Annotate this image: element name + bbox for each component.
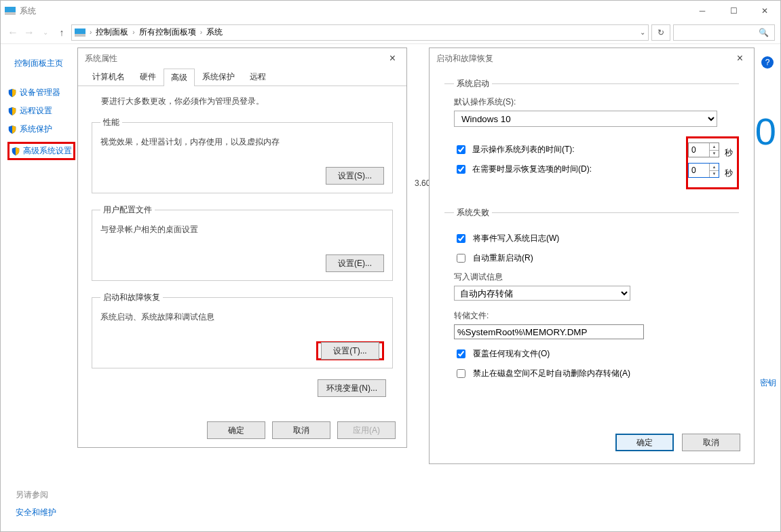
window-title: 系统 [20, 5, 36, 17]
minimize-button[interactable]: ─ [687, 1, 718, 21]
breadcrumb-sep: › [132, 28, 134, 36]
show-recovery-label: 在需要时显示恢复选项的时间(D): [472, 164, 592, 175]
auto-restart-checkbox[interactable] [457, 254, 465, 263]
forward-button[interactable]: → [22, 26, 36, 39]
startup-recovery-fieldset: 启动和故障恢复 系统启动、系统故障和调试信息 设置(T)... [92, 292, 393, 368]
startup-settings-button[interactable]: 设置(T)... [321, 342, 379, 360]
address-icon [75, 28, 85, 37]
help-icon[interactable]: ? [761, 56, 774, 69]
advanced-system-settings-link[interactable]: 高级系统设置 [23, 145, 72, 157]
back-button[interactable]: ← [6, 26, 20, 39]
refresh-button[interactable]: ↻ [651, 24, 670, 41]
user-profiles-fieldset: 用户配置文件 与登录帐户相关的桌面设置 设置(E)... [92, 204, 393, 281]
startup-settings-highlight: 设置(T)... [316, 341, 384, 360]
dialog1-title: 系统属性 [85, 53, 117, 64]
user-profiles-settings-button[interactable]: 设置(E)... [326, 254, 384, 272]
dialog1-footer: 确定 取消 应用(A) [207, 421, 396, 439]
startup-recovery-legend: 启动和故障恢复 [100, 292, 163, 303]
system-failure-legend: 系统失败 [454, 207, 492, 218]
system-icon [5, 7, 16, 15]
performance-legend: 性能 [100, 117, 122, 128]
product-key-link[interactable]: 密钥 [760, 377, 776, 389]
dialog1-close-button[interactable]: × [385, 52, 400, 64]
tab-system-protection[interactable]: 系统保护 [195, 68, 242, 86]
seconds-label: 秒 [725, 168, 733, 179]
breadcrumb-sep: › [90, 28, 92, 36]
recent-dropdown[interactable]: ⌄ [39, 28, 52, 36]
close-button[interactable]: ✕ [749, 1, 780, 21]
system-protection-link[interactable]: 系统保护 [7, 124, 82, 135]
tab-remote[interactable]: 远程 [242, 68, 273, 86]
recovery-time-spinner[interactable]: ▲▼ [688, 163, 719, 178]
shield-icon [7, 125, 17, 134]
search-box[interactable]: 🔍 [673, 24, 775, 41]
write-log-checkbox[interactable] [457, 234, 465, 243]
dialog1-cancel-button[interactable]: 取消 [272, 421, 330, 439]
dialog2-body: 系统启动 默认操作系统(S): Windows 10 显示操作系统列表的时间(T… [430, 69, 754, 394]
shield-icon [11, 147, 20, 156]
debug-info-label: 写入调试信息 [454, 271, 739, 283]
dialog2-cancel-button[interactable]: 取消 [682, 434, 740, 451]
os-list-time-spinner[interactable]: ▲▼ [688, 142, 719, 157]
up-button[interactable]: ↑ [55, 27, 69, 38]
remote-settings-link[interactable]: 远程设置 [7, 105, 82, 117]
overwrite-label: 覆盖任何现有文件(O) [473, 348, 550, 360]
recovery-time-input[interactable] [689, 164, 709, 177]
device-manager-link[interactable]: 设备管理器 [7, 87, 82, 98]
security-maintenance-link[interactable]: 安全和维护 [16, 507, 56, 518]
dialog2-close-button[interactable]: × [733, 52, 747, 64]
dialog2-footer: 确定 取消 [615, 434, 740, 451]
dialog1-apply-button: 应用(A) [337, 421, 396, 439]
dialog2-ok-button[interactable]: 确定 [615, 434, 674, 451]
maximize-button[interactable]: ☐ [718, 1, 749, 21]
search-icon: 🔍 [759, 28, 769, 37]
os-list-time-input[interactable] [689, 143, 709, 157]
timing-highlight: ▲▼ 秒 ▲▼ 秒 [686, 136, 739, 189]
spin-down-icon[interactable]: ▼ [710, 151, 719, 157]
breadcrumb-0[interactable]: 控制面板 [96, 26, 128, 38]
system-failure-fieldset: 系统失败 将事件写入系统日志(W) 自动重新启动(R) 写入调试信息 自动内存转… [444, 207, 739, 394]
disable-auto-delete-label: 禁止在磁盘空间不足时自动删除内存转储(A) [473, 368, 630, 379]
startup-recovery-desc: 系统启动、系统故障和调试信息 [100, 311, 384, 323]
user-profiles-legend: 用户配置文件 [100, 204, 155, 216]
show-recovery-checkbox[interactable] [457, 165, 465, 174]
spin-up-icon[interactable]: ▲ [710, 143, 719, 151]
breadcrumb-2[interactable]: 系统 [206, 26, 223, 38]
dump-file-label: 转储文件: [454, 310, 739, 322]
system-startup-fieldset: 系统启动 默认操作系统(S): Windows 10 显示操作系统列表的时间(T… [444, 78, 739, 196]
tab-hardware[interactable]: 硬件 [132, 68, 164, 86]
breadcrumb-1[interactable]: 所有控制面板项 [139, 26, 196, 38]
performance-fieldset: 性能 视觉效果，处理器计划，内存使用，以及虚拟内存 设置(S)... [92, 117, 393, 193]
overwrite-checkbox[interactable] [457, 349, 465, 358]
address-bar[interactable]: › 控制面板 › 所有控制面板项 › 系统 ⌄ [71, 24, 649, 41]
shield-icon [7, 107, 17, 116]
big-zero: 0 [755, 109, 776, 153]
debug-type-select[interactable]: 自动内存转储 [454, 286, 630, 301]
system-properties-dialog: 系统属性 × 计算机名 硬件 高级 系统保护 远程 要进行大多数更改，你必须作为… [77, 48, 407, 448]
address-dropdown-icon[interactable]: ⌄ [640, 28, 645, 36]
dialog2-titlebar: 启动和故障恢复 × [430, 48, 754, 69]
seconds-label: 秒 [725, 147, 733, 159]
auto-restart-label: 自动重新启动(R) [473, 252, 533, 264]
write-log-label: 将事件写入系统日志(W) [473, 233, 559, 244]
system-startup-legend: 系统启动 [454, 78, 492, 90]
show-os-list-checkbox[interactable] [457, 145, 465, 154]
titlebar: 系统 ─ ☐ ✕ [1, 1, 780, 21]
left-pane: 控制面板主页 设备管理器 远程设置 系统保护 高级系统设置 [7, 51, 82, 160]
disable-auto-delete-checkbox[interactable] [457, 369, 465, 378]
dump-file-input[interactable] [454, 324, 644, 339]
startup-recovery-dialog: 启动和故障恢复 × 系统启动 默认操作系统(S): Windows 10 显示操… [429, 48, 755, 464]
environment-variables-button[interactable]: 环境变量(N)... [318, 379, 386, 397]
dialog1-ok-button[interactable]: 确定 [207, 421, 265, 439]
tab-computer-name[interactable]: 计算机名 [85, 68, 132, 86]
dialog1-titlebar: 系统属性 × [78, 48, 406, 69]
default-os-select[interactable]: Windows 10 [454, 111, 717, 127]
spin-up-icon[interactable]: ▲ [710, 164, 719, 171]
tab-strip: 计算机名 硬件 高级 系统保护 远程 [78, 69, 406, 86]
tab-advanced[interactable]: 高级 [164, 69, 195, 86]
control-panel-home-link[interactable]: 控制面板主页 [14, 58, 82, 69]
performance-settings-button[interactable]: 设置(S)... [326, 167, 384, 185]
spin-down-icon[interactable]: ▼ [710, 171, 719, 178]
address-bar-row: ← → ⌄ ↑ › 控制面板 › 所有控制面板项 › 系统 ⌄ ↻ 🔍 [1, 21, 780, 44]
admin-notice: 要进行大多数更改，你必须作为管理员登录。 [92, 96, 393, 107]
